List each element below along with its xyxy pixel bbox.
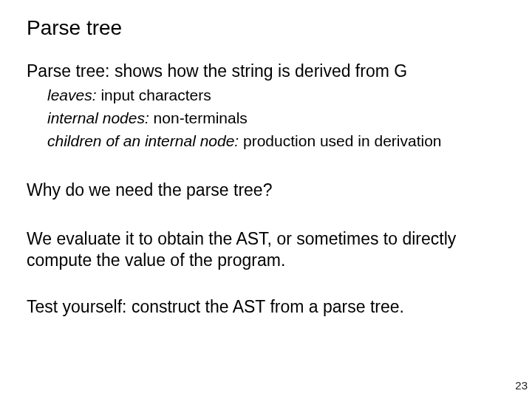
spacer bbox=[27, 274, 505, 296]
bullet-internal-term: internal nodes: bbox=[47, 109, 149, 126]
paragraph-why: Why do we need the parse tree? bbox=[27, 180, 505, 201]
paragraph-evaluate: We evaluate it to obtain the AST, or som… bbox=[27, 228, 505, 271]
paragraph-test: Test yourself: construct the AST from a … bbox=[27, 296, 505, 318]
bullet-children-def: production used in derivation bbox=[239, 132, 441, 149]
bullet-internal-def: non-terminals bbox=[149, 109, 248, 126]
slide-title: Parse tree bbox=[27, 16, 505, 40]
bullet-leaves: leaves: input characters bbox=[27, 85, 505, 105]
slide: Parse tree Parse tree: shows how the str… bbox=[0, 0, 532, 399]
bullet-children: children of an internal node: production… bbox=[27, 131, 505, 151]
bullet-leaves-def: input characters bbox=[97, 86, 211, 103]
spacer bbox=[27, 154, 505, 180]
paragraph-intro: Parse tree: shows how the string is deri… bbox=[27, 61, 505, 82]
spacer bbox=[27, 203, 505, 228]
bullet-internal-nodes: internal nodes: non-terminals bbox=[27, 108, 505, 128]
page-number: 23 bbox=[515, 379, 528, 392]
bullet-children-term: children of an internal node: bbox=[47, 132, 239, 149]
bullet-leaves-term: leaves: bbox=[47, 86, 97, 103]
